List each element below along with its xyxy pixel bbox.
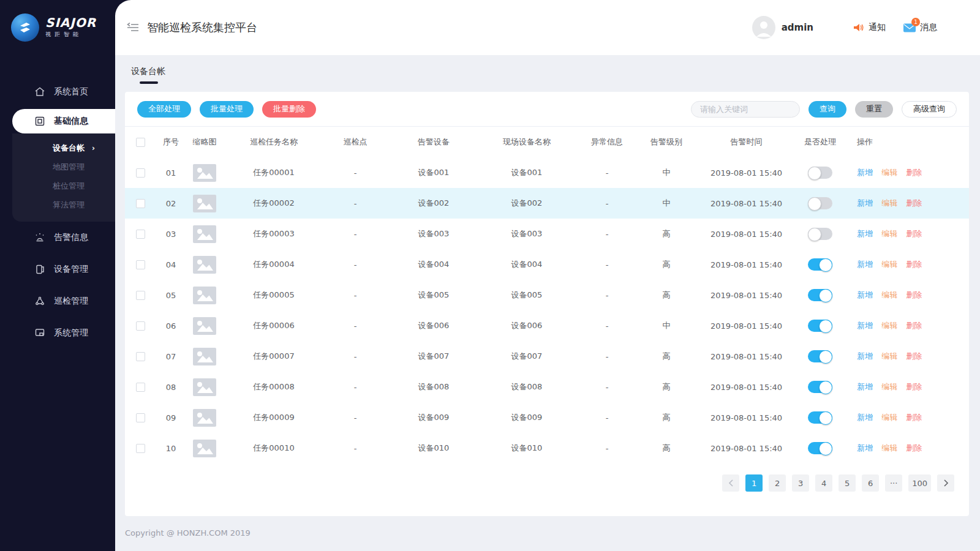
edit-link[interactable]: 编辑 bbox=[881, 443, 897, 452]
page-button[interactable]: 1 bbox=[745, 474, 763, 492]
reset-button[interactable]: 重置 bbox=[855, 101, 893, 118]
row-checkbox[interactable] bbox=[136, 168, 145, 178]
home-icon bbox=[34, 86, 45, 97]
edit-link[interactable]: 编辑 bbox=[881, 382, 897, 391]
point: - bbox=[325, 321, 386, 331]
prev-page-button[interactable] bbox=[722, 474, 739, 492]
sidebar-item-label: 基础信息 bbox=[54, 116, 88, 127]
edit-link[interactable]: 编辑 bbox=[881, 168, 897, 177]
submenu-item-map[interactable]: 地图管理 bbox=[12, 157, 115, 176]
delete-link[interactable]: 删除 bbox=[906, 198, 922, 208]
add-link[interactable]: 新增 bbox=[857, 382, 873, 391]
delete-link[interactable]: 删除 bbox=[906, 382, 922, 391]
page-button[interactable]: 2 bbox=[769, 474, 786, 492]
processed-toggle[interactable] bbox=[808, 442, 832, 454]
alarm-time: 2019-08-01 15:40 bbox=[691, 383, 802, 392]
batch-process-button[interactable]: 批量处理 bbox=[200, 101, 254, 118]
process-all-button[interactable]: 全部处理 bbox=[137, 101, 191, 118]
add-link[interactable]: 新增 bbox=[857, 443, 873, 452]
select-all-checkbox[interactable] bbox=[136, 138, 145, 147]
delete-link[interactable]: 删除 bbox=[906, 413, 922, 422]
processed-toggle[interactable] bbox=[808, 228, 832, 240]
sidebar-item-base-info[interactable]: 基础信息 bbox=[12, 109, 115, 133]
point: - bbox=[325, 413, 386, 422]
sidebar-item-device[interactable]: 设备管理 bbox=[0, 253, 115, 285]
row-checkbox[interactable] bbox=[136, 321, 145, 331]
advanced-query-button[interactable]: 高级查询 bbox=[902, 101, 957, 118]
submenu-item-device-ledger[interactable]: 设备台帐 › bbox=[12, 138, 115, 157]
next-page-button[interactable] bbox=[937, 474, 954, 492]
message-button[interactable]: 1 消息 bbox=[903, 22, 937, 33]
row-checkbox[interactable] bbox=[136, 413, 145, 422]
thumbnail-image bbox=[193, 317, 216, 335]
delete-link[interactable]: 删除 bbox=[906, 321, 922, 330]
edit-link[interactable]: 编辑 bbox=[881, 321, 897, 330]
abnormal: - bbox=[572, 260, 642, 269]
edit-link[interactable]: 编辑 bbox=[881, 229, 897, 238]
page-button[interactable]: 3 bbox=[792, 474, 809, 492]
processed-toggle[interactable] bbox=[808, 167, 832, 179]
delete-link[interactable]: 删除 bbox=[906, 260, 922, 269]
page-button[interactable]: 5 bbox=[839, 474, 856, 492]
processed-toggle[interactable] bbox=[808, 411, 832, 424]
processed-toggle[interactable] bbox=[808, 320, 832, 332]
submenu-item-pile[interactable]: 桩位管理 bbox=[12, 176, 115, 195]
notice-button[interactable]: 通知 bbox=[853, 22, 886, 33]
delete-link[interactable]: 删除 bbox=[906, 443, 922, 452]
task-name: 任务00008 bbox=[223, 381, 325, 392]
column-header: 缩略图 bbox=[186, 137, 223, 148]
add-link[interactable]: 新增 bbox=[857, 290, 873, 299]
sidebar-item-home[interactable]: 系统首页 bbox=[0, 77, 115, 107]
add-link[interactable]: 新增 bbox=[857, 260, 873, 269]
edit-link[interactable]: 编辑 bbox=[881, 260, 897, 269]
edit-link[interactable]: 编辑 bbox=[881, 290, 897, 299]
delete-link[interactable]: 删除 bbox=[906, 351, 922, 361]
row-checkbox[interactable] bbox=[136, 230, 145, 239]
sidebar-item-alarm[interactable]: 告警信息 bbox=[0, 222, 115, 253]
edit-link[interactable]: 编辑 bbox=[881, 413, 897, 422]
row-checkbox[interactable] bbox=[136, 383, 145, 392]
keyword-search-input[interactable] bbox=[691, 101, 800, 118]
avatar[interactable] bbox=[752, 16, 775, 39]
edit-link[interactable]: 编辑 bbox=[881, 351, 897, 361]
username[interactable]: admin bbox=[782, 22, 813, 33]
page-button[interactable]: 4 bbox=[815, 474, 832, 492]
row-checkbox[interactable] bbox=[136, 352, 145, 361]
add-link[interactable]: 新增 bbox=[857, 351, 873, 361]
alarm-device: 设备004 bbox=[386, 259, 481, 270]
row-checkbox[interactable] bbox=[136, 444, 145, 453]
page-ellipsis-button[interactable]: ··· bbox=[885, 474, 902, 492]
level: 中 bbox=[642, 320, 691, 331]
row-checkbox[interactable] bbox=[136, 291, 145, 300]
processed-toggle[interactable] bbox=[808, 197, 832, 209]
add-link[interactable]: 新增 bbox=[857, 168, 873, 177]
sidebar-item-inspection[interactable]: 巡检管理 bbox=[0, 285, 115, 317]
processed-toggle[interactable] bbox=[808, 289, 832, 301]
add-link[interactable]: 新增 bbox=[857, 198, 873, 208]
submenu-item-algorithm[interactable]: 算法管理 bbox=[12, 195, 115, 214]
base-info-icon bbox=[34, 116, 45, 127]
query-button[interactable]: 查询 bbox=[809, 101, 846, 118]
page-button[interactable]: 6 bbox=[862, 474, 879, 492]
add-link[interactable]: 新增 bbox=[857, 413, 873, 422]
batch-delete-button[interactable]: 批量删除 bbox=[262, 101, 316, 118]
processed-toggle[interactable] bbox=[808, 381, 832, 393]
table-row: 01 任务00001 - 设备001 设备001 - 中 2019-08-01 … bbox=[125, 157, 969, 188]
delete-link[interactable]: 删除 bbox=[906, 229, 922, 238]
tab-device-ledger[interactable]: 设备台帐 bbox=[131, 66, 165, 84]
row-checkbox[interactable] bbox=[136, 199, 145, 208]
add-link[interactable]: 新增 bbox=[857, 229, 873, 238]
sidebar-item-system[interactable]: 系统管理 bbox=[0, 317, 115, 349]
processed-toggle[interactable] bbox=[808, 350, 832, 362]
delete-link[interactable]: 删除 bbox=[906, 290, 922, 299]
page-button[interactable]: 100 bbox=[908, 474, 931, 492]
row-checkbox[interactable] bbox=[136, 260, 145, 269]
sidebar-item-label: 系统首页 bbox=[54, 86, 88, 97]
add-link[interactable]: 新增 bbox=[857, 321, 873, 330]
processed-toggle[interactable] bbox=[808, 258, 832, 271]
table-row: 02 任务00002 - 设备002 设备002 - 中 2019-08-01 … bbox=[125, 188, 969, 219]
edit-link[interactable]: 编辑 bbox=[881, 198, 897, 208]
sidebar-collapse-icon[interactable] bbox=[126, 22, 140, 33]
delete-link[interactable]: 删除 bbox=[906, 168, 922, 177]
table-row: 08 任务00008 - 设备008 设备008 - 高 2019-08-01 … bbox=[125, 372, 969, 402]
